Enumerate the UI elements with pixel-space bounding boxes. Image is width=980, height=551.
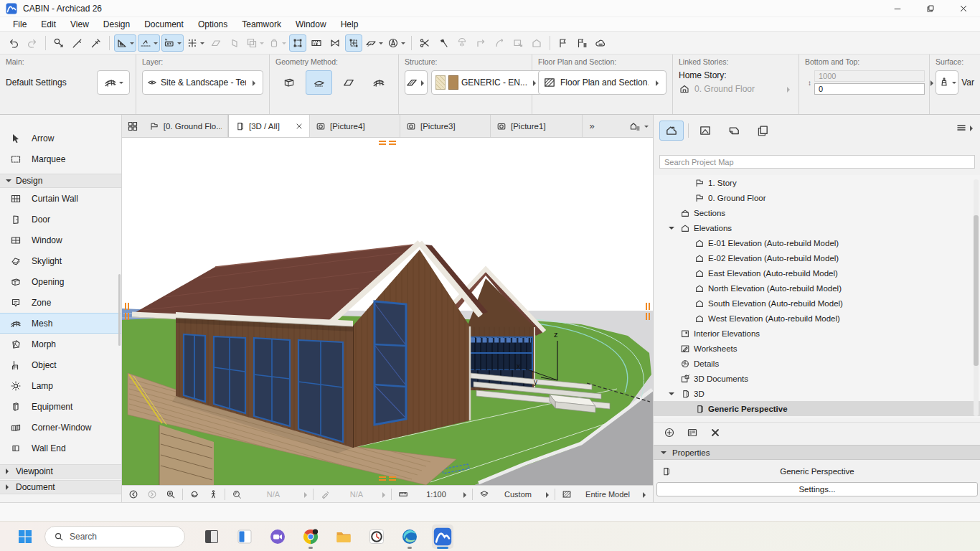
- relink-home-button[interactable]: [528, 34, 545, 52]
- geometry-skirt-button[interactable]: [336, 70, 362, 95]
- taskbar-search[interactable]: [44, 526, 185, 547]
- undo-button[interactable]: [5, 34, 22, 52]
- flyout-arrow-icon[interactable]: [546, 492, 552, 498]
- collision-detection-button[interactable]: [326, 34, 344, 52]
- default-settings-label[interactable]: Default Settings: [6, 77, 67, 88]
- tree-item-ground-floor[interactable]: 0. Ground Floor: [654, 190, 980, 205]
- dropdown-arrow-icon[interactable]: [119, 82, 123, 86]
- cloud-notes-button[interactable]: [592, 34, 609, 52]
- pick-up-parameters-button[interactable]: [50, 34, 67, 52]
- building-material-selector[interactable]: GENERIC - EN...: [431, 70, 543, 95]
- flyout-arrow-icon[interactable]: [787, 87, 793, 93]
- flag-button[interactable]: [555, 34, 572, 52]
- split-button[interactable]: [416, 34, 433, 52]
- item-settings-button[interactable]: [687, 427, 698, 438]
- tree-item-e02-elevation[interactable]: E-02 Elevation (Auto-rebuild Model): [654, 250, 980, 265]
- taskbar-app-edge[interactable]: [399, 524, 420, 549]
- tree-item-interior-elevations[interactable]: Interior Elevations: [654, 326, 980, 341]
- menu-teamwork[interactable]: Teamwork: [235, 18, 288, 31]
- scale-button[interactable]: [395, 489, 412, 499]
- menu-window[interactable]: Window: [288, 18, 334, 31]
- taskbar-app-dark[interactable]: [201, 524, 222, 549]
- dropdown-arrow-icon[interactable]: [154, 42, 158, 47]
- dropdown-arrow-icon[interactable]: [282, 42, 286, 47]
- tab-picture4[interactable]: [Picture4]: [310, 115, 400, 137]
- model-filter-button[interactable]: [558, 489, 575, 499]
- flag-list-button[interactable]: [573, 34, 590, 52]
- snap-points-toggle[interactable]: [289, 34, 306, 52]
- frames-button[interactable]: [245, 34, 265, 52]
- tree-item-elevations[interactable]: Elevations: [654, 220, 980, 235]
- tool-arrow[interactable]: Arrow: [0, 128, 121, 149]
- editing-plane-button[interactable]: [207, 34, 225, 52]
- tool-zone[interactable]: Zone: [0, 292, 121, 313]
- orbit-button[interactable]: [186, 489, 203, 499]
- view-map-button[interactable]: [693, 121, 717, 141]
- tool-wall-end[interactable]: Wall End: [0, 438, 121, 458]
- tree-item-south-elevation[interactable]: South Elevation (Auto-rebuild Model): [654, 296, 980, 311]
- geometry-surface-button[interactable]: [306, 70, 332, 95]
- taskbar-app-clock[interactable]: [366, 524, 387, 549]
- menu-design[interactable]: Design: [96, 18, 137, 31]
- delete-item-button[interactable]: [710, 427, 721, 438]
- publisher-sets-button[interactable]: [750, 121, 775, 141]
- tool-mesh[interactable]: Mesh: [0, 313, 121, 334]
- scale-value[interactable]: 1:100: [413, 490, 459, 499]
- dropdown-arrow-icon[interactable]: [130, 42, 134, 47]
- forward-view-button[interactable]: [143, 489, 161, 499]
- tree-scrollbar-thumb[interactable]: [974, 215, 979, 366]
- close-button[interactable]: [947, 0, 980, 17]
- tree-item-3d[interactable]: 3D: [654, 386, 980, 401]
- explore-walk-button[interactable]: [204, 489, 222, 499]
- tree-item-west-elevation[interactable]: West Elevation (Auto-rebuild Model): [654, 311, 980, 326]
- tree-item-3d-documents[interactable]: 3D Documents: [654, 371, 980, 386]
- taskbar-app-chat[interactable]: [267, 524, 288, 549]
- toolbox-scrollbar[interactable]: [118, 274, 121, 346]
- bottom-height-field[interactable]: [814, 83, 925, 95]
- wall-reference-button[interactable]: [226, 34, 243, 52]
- gravity-button[interactable]: [267, 34, 288, 52]
- flyout-arrow-icon[interactable]: [421, 80, 427, 86]
- trim-button[interactable]: [453, 34, 471, 52]
- tool-lamp[interactable]: Lamp: [0, 375, 121, 396]
- dimension-units-button[interactable]: [308, 34, 325, 52]
- start-button[interactable]: [13, 524, 37, 549]
- orientation-compass-button[interactable]: [386, 34, 407, 52]
- tree-item-story-1[interactable]: 1. Story: [654, 175, 980, 190]
- project-map-button[interactable]: [659, 121, 684, 141]
- dropdown-arrow-icon[interactable]: [644, 126, 649, 130]
- add-item-button[interactable]: [664, 427, 675, 438]
- mesh-default-settings-button[interactable]: [97, 70, 130, 95]
- menu-edit[interactable]: Edit: [34, 18, 63, 31]
- toolbox-section-design[interactable]: Design: [0, 174, 121, 188]
- dropdown-arrow-icon[interactable]: [260, 42, 264, 47]
- top-offset-field[interactable]: [814, 70, 925, 82]
- navigator-menu-button[interactable]: [956, 122, 976, 133]
- chevron-down-icon[interactable]: [669, 392, 674, 398]
- tab-ground-floor[interactable]: [0. Ground Flo...: [143, 115, 228, 137]
- transform-box-toggle[interactable]: [345, 34, 362, 52]
- menu-help[interactable]: Help: [334, 18, 366, 31]
- tree-item-north-elevation[interactable]: North Elevation (Auto-rebuild Model): [654, 281, 980, 296]
- tool-morph[interactable]: Morph: [0, 334, 121, 354]
- maximize-button[interactable]: [914, 0, 947, 17]
- tree-item-east-elevation[interactable]: East Elevation (Auto-rebuild Model): [654, 265, 980, 281]
- tool-opening[interactable]: Opening: [0, 271, 121, 292]
- taskbar-app-file-explorer[interactable]: [333, 524, 354, 549]
- menu-file[interactable]: File: [6, 18, 34, 31]
- popup-navigator-button[interactable]: [629, 115, 653, 137]
- tree-item-worksheets[interactable]: Worksheets: [654, 341, 980, 356]
- adjust-button[interactable]: [435, 34, 452, 52]
- flyout-arrow-icon[interactable]: [304, 492, 310, 498]
- tab-overflow-button[interactable]: »: [583, 115, 601, 137]
- flyout-arrow-icon[interactable]: [463, 492, 469, 498]
- geometry-solid-body-button[interactable]: [276, 70, 302, 95]
- tool-skylight[interactable]: Skylight: [0, 250, 121, 271]
- guide-lines-toggle[interactable]: [138, 34, 160, 52]
- dropdown-arrow-icon[interactable]: [200, 42, 204, 47]
- fillet-button[interactable]: [491, 34, 508, 52]
- tilt-plane-button[interactable]: [364, 34, 385, 52]
- tool-corner-window[interactable]: Corner-Window: [0, 417, 121, 438]
- pen-set-value[interactable]: N/A: [335, 490, 378, 499]
- dropdown-arrow-icon[interactable]: [177, 42, 182, 47]
